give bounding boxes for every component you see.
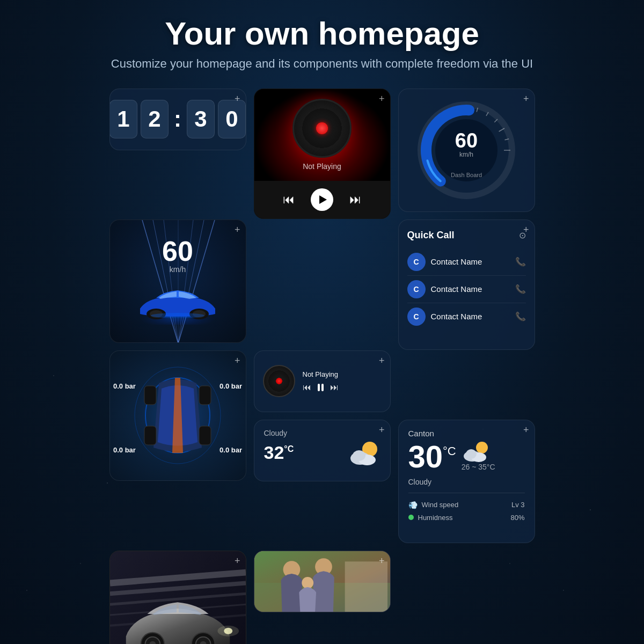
widget-grid: + 1 2 : 3 0 + Not Playing ⏮ ⏭ + [0, 83, 644, 644]
wind-value: Lv 3 [511, 501, 525, 509]
svg-text:60: 60 [455, 129, 478, 152]
weather-small-temp: 32°C [264, 442, 294, 463]
call-icon-2[interactable]: 📞 [515, 284, 526, 294]
humid-value: 80% [510, 514, 524, 522]
contact-left-3: C Contact Name [407, 308, 482, 326]
tire-front-left: 0.0 bar [113, 382, 136, 390]
speed-car-widget: + 60 km/h [109, 219, 246, 343]
contact-row-3: C Contact Name 📞 [407, 303, 526, 330]
music-next-button[interactable]: ⏭ [349, 193, 361, 207]
contact-name-1: Contact Name [431, 257, 482, 266]
call-icon-1[interactable]: 📞 [515, 257, 526, 267]
weather-large-condition: Cloudy [408, 478, 525, 486]
humid-label-area: Humidness [408, 514, 453, 522]
clock-digit-h2: 2 [141, 100, 169, 138]
gauge-add-button[interactable]: + [523, 93, 529, 105]
music-large-add-button[interactable]: + [379, 93, 385, 105]
music-mini-add-button[interactable]: + [379, 355, 385, 367]
svg-rect-36 [144, 386, 156, 405]
quick-call-add-button[interactable]: + [523, 224, 529, 236]
vinyl-record-large [292, 99, 352, 158]
svg-rect-64 [345, 561, 387, 612]
speed-value: 60 [162, 237, 193, 265]
clock-minutes: 3 0 [187, 100, 246, 138]
weather-location: Canton [408, 429, 525, 438]
music-art-area: Not Playing [254, 89, 390, 181]
tire-add-button[interactable]: + [235, 355, 240, 367]
quick-call-widget: + Quick Call ⊙ C Contact Name 📞 C Contac… [398, 219, 535, 350]
speed-car-add-button[interactable]: + [235, 224, 240, 236]
contact-name-2: Contact Name [431, 284, 482, 294]
gauge-svg: 60 km/h Dash Board [413, 97, 520, 204]
tire-rear-left: 0.0 bar [113, 446, 136, 454]
svg-text:km/h: km/h [459, 151, 473, 158]
svg-point-67 [302, 577, 313, 589]
tire-car-top-view [119, 362, 237, 469]
music-mini-controls: ⏮ ⏭ [303, 383, 382, 392]
cloudy-icon-svg [348, 440, 380, 466]
car-photo-widget: + [109, 551, 246, 644]
music-status-large: Not Playing [303, 162, 341, 171]
weather-small-icon [348, 440, 380, 466]
weather-small-row: 32°C [264, 440, 380, 466]
contact-name-3: Contact Name [431, 312, 482, 321]
wind-label: Wind speed [422, 501, 459, 509]
svg-rect-37 [199, 386, 211, 405]
music-mini-prev[interactable]: ⏮ [303, 383, 311, 392]
weather-small-add-button[interactable]: + [379, 425, 385, 436]
car-photo-svg [110, 551, 246, 644]
weather-large-add-button[interactable]: + [523, 425, 529, 436]
music-mini-next[interactable]: ⏭ [330, 383, 339, 392]
clock-hours: 1 2 [109, 100, 169, 138]
music-mini-pause[interactable] [318, 384, 324, 391]
gauge-widget: + [398, 89, 535, 212]
weather-large-temp-row: 30 °C [408, 441, 456, 472]
clock-digit-m2: 0 [218, 100, 246, 138]
humid-row: Humidness 80% [408, 511, 525, 524]
contact-avatar-2: C [407, 280, 426, 298]
clock-add-button[interactable]: + [235, 93, 240, 105]
svg-text:Dash Board: Dash Board [451, 172, 482, 178]
page-title: Your own homepage [11, 16, 633, 52]
clock-digit-h1: 1 [109, 100, 137, 138]
photo-widget: + [254, 551, 391, 612]
humid-label: Humidness [418, 514, 453, 522]
speed-unit: km/h [170, 265, 186, 274]
contact-avatar-3: C [407, 308, 426, 326]
svg-point-32 [151, 313, 204, 318]
weather-range-area: 26 ~ 35°C [462, 441, 495, 478]
contact-avatar-1: C [407, 253, 426, 271]
weather-large-main: 30 °C 26 ~ 35°C [408, 441, 525, 478]
music-controls-large: ⏮ ⏭ [254, 181, 390, 218]
contact-left-1: C Contact Name [407, 253, 482, 271]
weather-small-widget: + Cloudy 32°C [254, 420, 391, 481]
tire-pressure-widget: + 0.0 bar 0.0 bar 0.0 bar 0.0 bar [109, 350, 246, 481]
weather-large-icon [462, 441, 494, 463]
weather-small-condition: Cloudy [264, 429, 380, 437]
car-photo-add-button[interactable]: + [235, 555, 240, 567]
call-icon-3[interactable]: 📞 [515, 311, 526, 321]
clock-separator: : [173, 106, 182, 132]
svg-rect-38 [144, 426, 156, 445]
svg-point-61 [217, 626, 239, 636]
gauge-display: 60 km/h Dash Board [413, 97, 520, 204]
wind-label-area: 💨 Wind speed [408, 501, 459, 509]
svg-point-43 [353, 450, 365, 461]
car-photo-background [110, 551, 246, 644]
music-prev-button[interactable]: ⏮ [283, 193, 295, 207]
photo-add-button[interactable]: + [379, 555, 385, 567]
music-mini-widget: + Not Playing ⏮ ⏭ [254, 350, 391, 412]
quick-call-title: Quick Call [407, 230, 455, 241]
weather-large-temp: 30 [408, 441, 443, 472]
weather-small-unit: °C [284, 444, 294, 454]
clock-digit-m1: 3 [187, 100, 215, 138]
music-mini-status: Not Playing [303, 370, 382, 378]
weather-large-widget: + Canton 30 °C 26 ~ 35°C Cloudy [398, 420, 535, 543]
music-mini-info: Not Playing ⏮ ⏭ [303, 370, 382, 392]
tire-rear-right: 0.0 bar [219, 446, 242, 454]
music-play-button[interactable] [311, 188, 333, 211]
humid-dot-icon [408, 515, 414, 520]
photo-placeholder [254, 551, 390, 612]
wind-icon: 💨 [408, 501, 418, 509]
weather-large-unit: °C [443, 444, 456, 458]
